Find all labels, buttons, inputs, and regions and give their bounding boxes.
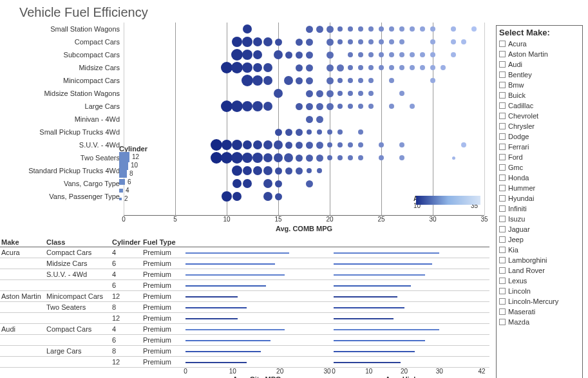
bubble-dot[interactable] <box>358 129 363 135</box>
bubble-dot[interactable] <box>263 192 272 201</box>
bubble-dot[interactable] <box>232 165 242 176</box>
bubble-dot[interactable] <box>285 167 292 175</box>
bubble-dot[interactable] <box>337 78 343 83</box>
make-filter-lincoln-mercury[interactable]: Lincoln-Mercury <box>497 296 582 307</box>
bubble-dot[interactable] <box>337 64 344 71</box>
city-bar[interactable] <box>185 263 275 265</box>
bubble-dot[interactable] <box>348 104 353 109</box>
bubble-dot[interactable] <box>231 152 243 164</box>
city-bar[interactable] <box>185 285 266 287</box>
bubble-dot[interactable] <box>285 129 292 136</box>
bubble-dot[interactable] <box>389 26 394 32</box>
bubble-dot[interactable] <box>399 142 404 147</box>
bubble-dot[interactable] <box>337 142 343 147</box>
bubble-dot[interactable] <box>252 153 263 163</box>
bubble-dot[interactable] <box>348 78 353 83</box>
bubble-dot[interactable] <box>399 39 404 44</box>
city-bar[interactable] <box>185 329 285 330</box>
bubble-dot[interactable] <box>232 140 242 150</box>
bubble-dot[interactable] <box>348 65 353 70</box>
bubble-dot[interactable] <box>317 168 322 173</box>
bubble-dot[interactable] <box>232 192 242 201</box>
bubble-dot[interactable] <box>232 37 242 47</box>
bubble-dot[interactable] <box>316 116 323 123</box>
hwy-bar[interactable] <box>334 296 397 298</box>
bubble-dot[interactable] <box>263 140 272 149</box>
hwy-bar[interactable] <box>334 274 425 276</box>
make-filter-dodge[interactable]: Dodge <box>497 131 582 142</box>
bubble-dot[interactable] <box>274 140 283 149</box>
bubble-dot[interactable] <box>368 39 374 44</box>
bubble-dot[interactable] <box>306 26 313 33</box>
make-filter-ferrari[interactable]: Ferrari <box>497 142 582 152</box>
city-bar[interactable] <box>185 318 238 319</box>
bubble-dot[interactable] <box>316 142 323 149</box>
bubble-dot[interactable] <box>379 26 384 32</box>
bubble-dot[interactable] <box>368 104 374 109</box>
make-filter-gmc[interactable]: Gmc <box>497 162 582 173</box>
bubble-dot[interactable] <box>441 65 446 70</box>
hwy-bar[interactable] <box>334 340 425 341</box>
bubble-dot[interactable] <box>306 77 313 84</box>
bubble-dot[interactable] <box>410 65 415 70</box>
city-bar[interactable] <box>185 296 238 298</box>
bubble-dot[interactable] <box>306 52 313 59</box>
bubble-dot[interactable] <box>461 39 466 44</box>
bubble-dot[interactable] <box>430 65 435 70</box>
bubble-dot[interactable] <box>306 155 313 162</box>
bubble-dot[interactable] <box>253 140 262 149</box>
bubble-dot[interactable] <box>231 100 243 112</box>
bubble-dot[interactable] <box>379 65 384 70</box>
bubble-dot[interactable] <box>242 75 253 86</box>
make-filter-audi[interactable]: Audi <box>497 59 582 70</box>
make-filter-ford[interactable]: Ford <box>497 152 582 162</box>
bubble-dot[interactable] <box>275 167 282 175</box>
bubble-dot[interactable] <box>451 26 456 32</box>
bubble-dot[interactable] <box>348 142 353 147</box>
bubble-dot[interactable] <box>211 139 222 151</box>
bubble-dot[interactable] <box>263 63 272 72</box>
bubble-dot[interactable] <box>337 129 343 135</box>
bubble-dot[interactable] <box>243 24 252 33</box>
bubble-dot[interactable] <box>316 90 323 97</box>
make-filter-hummer[interactable]: Hummer <box>497 183 582 193</box>
bubble-dot[interactable] <box>327 155 332 160</box>
bubble-dot[interactable] <box>389 52 394 57</box>
make-filter-chevrolet[interactable]: Chevrolet <box>497 111 582 121</box>
bubble-dot[interactable] <box>379 39 384 44</box>
bubble-dot[interactable] <box>285 52 292 59</box>
bubble-dot[interactable] <box>348 52 353 57</box>
bubble-dot[interactable] <box>368 91 374 96</box>
hwy-bar[interactable] <box>334 329 439 330</box>
bubble-dot[interactable] <box>389 65 394 70</box>
make-filter-lexus[interactable]: Lexus <box>497 276 582 286</box>
bubble-dot[interactable] <box>296 64 303 71</box>
bubble-dot[interactable] <box>348 155 353 160</box>
bubble-dot[interactable] <box>327 64 334 71</box>
bubble-dot[interactable] <box>358 104 363 109</box>
bubble-dot[interactable] <box>327 103 334 110</box>
make-filter-aston-martin[interactable]: Aston Martin <box>497 49 582 59</box>
bubble-dot[interactable] <box>379 142 384 147</box>
bubble-dot[interactable] <box>252 101 263 111</box>
bubble-dot[interactable] <box>263 76 272 85</box>
bubble-dot[interactable] <box>358 155 363 160</box>
bubble-dot[interactable] <box>451 52 456 57</box>
bubble-dot[interactable] <box>306 39 313 46</box>
bubble-dot[interactable] <box>358 91 363 96</box>
bubble-dot[interactable] <box>327 142 332 147</box>
bubble-dot[interactable] <box>410 104 415 109</box>
bubble-dot[interactable] <box>358 142 363 147</box>
bubble-dot[interactable] <box>430 52 435 57</box>
bubble-dot[interactable] <box>399 65 404 70</box>
bubble-dot[interactable] <box>430 39 435 44</box>
bubble-dot[interactable] <box>275 180 282 187</box>
bubble-dot[interactable] <box>452 156 455 160</box>
make-filter-honda[interactable]: Honda <box>497 173 582 183</box>
bubble-dot[interactable] <box>368 26 374 32</box>
bubble-dot[interactable] <box>222 191 232 202</box>
bubble-dot[interactable] <box>307 168 312 173</box>
hwy-bar[interactable] <box>334 307 404 308</box>
bubble-dot[interactable] <box>316 103 323 110</box>
bubble-dot[interactable] <box>296 129 303 136</box>
